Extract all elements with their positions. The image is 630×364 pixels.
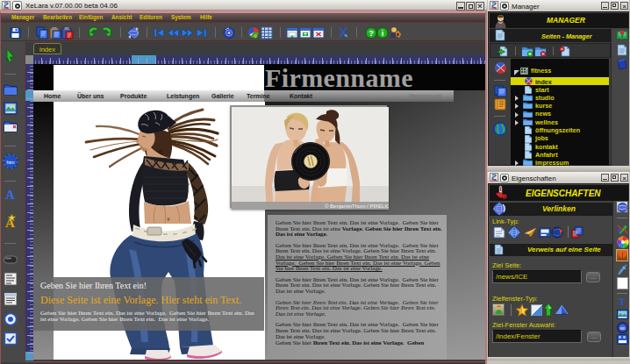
svg-text:i: i — [382, 29, 384, 38]
svg-text:htm: htm — [6, 160, 15, 165]
svg-text:WD: WD — [619, 326, 626, 331]
svg-text:?: ? — [369, 29, 374, 38]
svg-text:© BenjaminThom / PIXELIO: © BenjaminThom / PIXELIO — [325, 203, 389, 209]
